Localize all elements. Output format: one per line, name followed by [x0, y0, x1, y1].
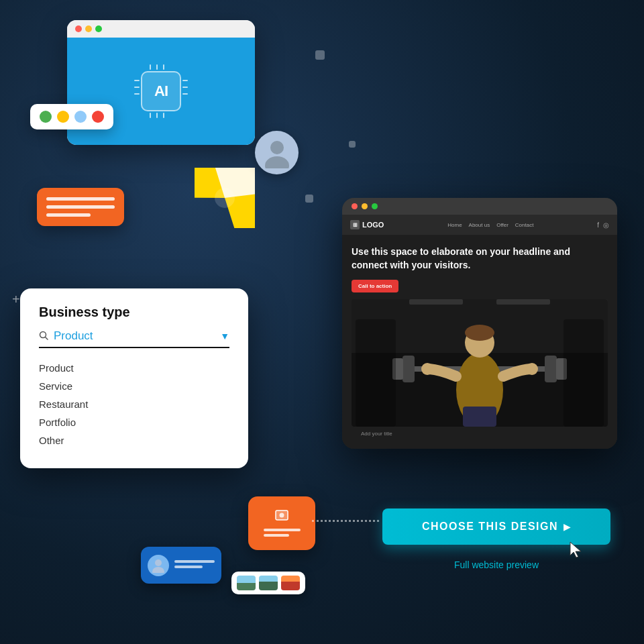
image-thumb-1 [237, 576, 256, 590]
msg-line-2 [46, 205, 115, 209]
list-item-other[interactable]: Other [39, 431, 229, 449]
svg-rect-14 [496, 299, 550, 305]
color-dot-yellow [57, 111, 69, 123]
search-icon [39, 331, 48, 342]
instagram-icon: ◎ [603, 221, 609, 229]
wp-logo-icon: ⊞ [350, 220, 360, 229]
profile-small-card [141, 547, 221, 584]
wp-navbar: ⊞ LOGO Home About us Offer Contact f ◎ [342, 215, 617, 235]
wp-nav-contact: Contact [515, 222, 534, 228]
deco-square-1 [315, 50, 325, 60]
pin-l3 [134, 93, 140, 95]
list-item-product[interactable]: Product [39, 359, 229, 377]
color-dots-card [30, 104, 113, 129]
list-item-restaurant[interactable]: Restaurant [39, 395, 229, 413]
color-dot-red [92, 111, 104, 123]
list-item-portfolio[interactable]: Portfolio [39, 413, 229, 431]
user-avatar [255, 131, 299, 174]
message-card [37, 188, 124, 226]
svg-point-9 [155, 559, 162, 566]
full-preview-link[interactable]: Full website preview [382, 559, 610, 570]
wp-footer-label: Add your title [352, 427, 608, 441]
svg-point-24 [526, 363, 538, 375]
pin-l1 [134, 80, 140, 81]
wp-body: ⊞ LOGO Home About us Offer Contact f ◎ U… [342, 215, 617, 449]
search-value: Product [54, 329, 215, 343]
images-small-card [231, 572, 305, 594]
pie-svg [195, 168, 255, 228]
pin-t3 [163, 64, 164, 70]
image-thumb-3 [281, 576, 300, 590]
titlebar-dot-yellow [85, 25, 92, 32]
pin-r2 [182, 87, 188, 88]
wp-nav-social-icons: f ◎ [597, 221, 609, 229]
svg-point-4 [265, 156, 289, 168]
titlebar-dot-red [75, 25, 82, 32]
pin-r3 [182, 93, 188, 95]
choose-design-arrow-icon: ▶ [564, 521, 571, 532]
pin-t1 [150, 64, 151, 70]
ai-browser-titlebar [67, 20, 255, 38]
svg-point-3 [270, 141, 284, 154]
choose-design-button[interactable]: CHOOSE THIS DESIGN ▶ [382, 508, 610, 545]
wp-nav-home: Home [447, 222, 462, 228]
wp-dot-yellow [362, 203, 368, 209]
profile-avatar [148, 555, 169, 576]
wp-hero-headline: Use this space to elaborate on your head… [352, 246, 608, 272]
ai-text: AI [154, 83, 168, 100]
wp-dot-red [352, 203, 358, 209]
facebook-icon: f [597, 221, 599, 229]
cta-line-1 [264, 529, 301, 531]
svg-point-23 [421, 363, 433, 375]
svg-rect-13 [409, 299, 463, 305]
dropdown-search-bar[interactable]: Product ▼ [39, 329, 229, 348]
plus-sign-1: + [12, 292, 20, 307]
svg-rect-27 [564, 319, 604, 427]
list-item-service[interactable]: Service [39, 377, 229, 395]
wp-titlebar [342, 198, 617, 215]
profile-line-1 [174, 560, 215, 563]
ai-chip: AI [131, 61, 191, 121]
color-dot-blue [74, 111, 87, 123]
dropdown-title: Business type [39, 305, 229, 320]
cta-small-text-lines [264, 529, 301, 539]
choose-design-label: CHOOSE THIS DESIGN [422, 521, 558, 533]
wp-hero-section: Use this space to elaborate on your head… [342, 235, 617, 449]
profile-text-lines [174, 560, 215, 571]
cursor-icon [568, 541, 584, 557]
ai-chip-label: AI [141, 71, 181, 111]
msg-line-3 [46, 213, 91, 217]
wp-nav-links: Home About us Offer Contact [447, 222, 533, 228]
avatar-icon [264, 139, 290, 172]
pin-b3 [163, 113, 164, 118]
profile-line-2 [174, 566, 203, 568]
svg-line-6 [46, 337, 48, 339]
svg-point-22 [465, 325, 494, 341]
pin-r1 [182, 80, 188, 81]
deco-square-2 [349, 141, 356, 148]
wp-cta-button[interactable]: Call to action [352, 280, 398, 292]
dotted-connector [312, 520, 379, 522]
color-dot-green [40, 111, 52, 123]
svg-rect-16 [402, 356, 415, 382]
pin-l2 [134, 87, 140, 88]
wp-logo-text: LOGO [362, 221, 384, 229]
wp-dot-green [372, 203, 378, 209]
image-thumb-2 [259, 576, 278, 590]
dropdown-chevron-icon: ▼ [220, 331, 229, 341]
business-type-card: Business type Product ▼ Product Service … [20, 288, 248, 468]
website-preview-card: ⊞ LOGO Home About us Offer Contact f ◎ U… [342, 198, 617, 449]
svg-point-8 [280, 513, 284, 517]
titlebar-dot-green [95, 25, 102, 32]
wp-nav-offer: Offer [496, 222, 508, 228]
pin-t2 [156, 64, 158, 70]
cta-small-card [248, 496, 315, 550]
svg-rect-26 [356, 319, 396, 427]
cta-line-2 [264, 534, 290, 537]
msg-line-1 [46, 197, 115, 201]
preview-link-text: Full website preview [454, 559, 539, 570]
pin-b2 [156, 113, 158, 118]
svg-rect-18 [545, 356, 557, 382]
cta-small-icon [274, 508, 289, 526]
pin-b1 [150, 113, 151, 118]
